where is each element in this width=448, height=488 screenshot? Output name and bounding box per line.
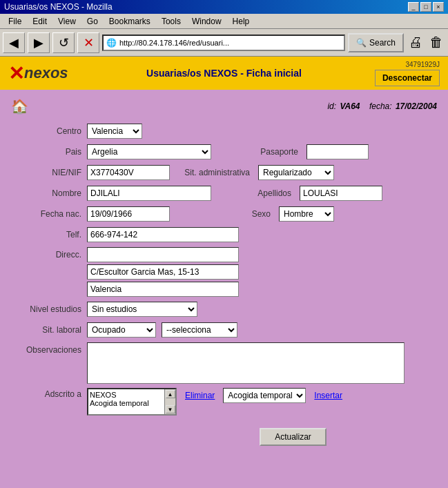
telf-label: Telf. xyxy=(11,230,87,240)
nombre-label: Nombre xyxy=(11,188,87,198)
nombre-input[interactable] xyxy=(87,186,211,201)
minimize-button[interactable]: _ xyxy=(408,2,419,12)
fecha-label: fecha: xyxy=(369,101,392,111)
main-content: 🏠 id: VA64 fecha: 17/02/2004 Centro Vale… xyxy=(0,90,448,488)
menu-view[interactable]: View xyxy=(52,15,81,28)
search-icon: 🔍 xyxy=(356,38,367,48)
window-title-text: Usuarias/os NEXOS - Mozilla xyxy=(4,2,113,12)
back-button[interactable]: ◀ xyxy=(3,32,25,53)
fechanac-label: Fecha nac. xyxy=(11,209,87,219)
search-button[interactable]: 🔍 Search xyxy=(348,33,404,52)
sit-admin-select[interactable]: Regularizado xyxy=(258,165,334,180)
observaciones-label: Observaciones xyxy=(11,342,87,355)
nombre-apellidos-row: Nombre Apellidos xyxy=(11,185,437,202)
menu-window[interactable]: Window xyxy=(186,15,227,28)
scroll-down-button[interactable]: ▼ xyxy=(166,405,175,413)
top-info: 🏠 id: VA64 fecha: 17/02/2004 xyxy=(11,95,437,117)
menu-help[interactable]: Help xyxy=(227,15,255,28)
menu-tools[interactable]: Tools xyxy=(156,15,186,28)
sit-admin-label: Sit. administrativa xyxy=(179,168,255,177)
sexo-select[interactable]: Hombre Mujer xyxy=(279,206,334,222)
adscrito-listbox: NEXOS Acogida temporal ▲ ▼ xyxy=(87,388,177,416)
direcc-field xyxy=(87,247,239,297)
address-text: http://80.24.178.146/red/usuari... xyxy=(119,39,229,47)
sitlaboral2-select[interactable]: --selecciona xyxy=(162,322,237,338)
direcc-input1[interactable] xyxy=(87,264,239,280)
desconectar-button[interactable]: Desconectar xyxy=(375,70,440,86)
eliminar-link[interactable]: Eliminar xyxy=(185,391,215,400)
scroll-up-button[interactable]: ▲ xyxy=(166,390,175,398)
nombre-field: Apellidos xyxy=(87,186,382,201)
fecha-value: 17/02/2004 xyxy=(396,101,437,111)
id-label: id: xyxy=(327,101,336,111)
centro-label: Centro xyxy=(11,126,87,136)
adscrito-dropdown[interactable]: Acogida temporal NEXOS xyxy=(223,388,306,403)
sitlaboral-select[interactable]: Ocupado Desempleado Estudiante xyxy=(87,322,156,338)
app-header: ✕ nexos Usuarias/os NEXOS - Ficha inicia… xyxy=(0,57,448,90)
centro-select[interactable]: Valencia xyxy=(87,124,142,139)
sitlaboral-field: Ocupado Desempleado Estudiante --selecci… xyxy=(87,322,237,338)
user-id: 34791929J xyxy=(375,61,440,68)
maximize-button[interactable]: □ xyxy=(420,2,431,12)
telf-field xyxy=(87,227,239,242)
menu-file[interactable]: File xyxy=(3,15,27,28)
actualizar-button[interactable]: Actualizar xyxy=(260,428,327,446)
sitlaboral-label: Sit. laboral xyxy=(11,325,87,335)
print-icon[interactable]: 🖨 xyxy=(407,32,425,52)
menu-bookmarks[interactable]: Bookmarks xyxy=(104,15,156,28)
apellidos-input[interactable] xyxy=(300,186,382,201)
id-fecha: id: VA64 fecha: 17/02/2004 xyxy=(327,101,437,111)
adscrito-list-content: NEXOS Acogida temporal xyxy=(88,389,164,414)
adscrito-list-wrapper: NEXOS Acogida temporal ▲ ▼ xyxy=(87,388,177,416)
telf2-input[interactable] xyxy=(87,247,239,262)
centro-row: Centro Valencia xyxy=(11,123,437,139)
search-label: Search xyxy=(369,38,396,48)
nie-label: NIE/NIF xyxy=(11,168,87,177)
pais-field: Argelia Pasaporte xyxy=(87,144,369,159)
stop-button[interactable]: ✕ xyxy=(77,32,99,53)
nivel-label: Nivel estudios xyxy=(11,304,87,314)
home-icon[interactable]: 🏠 xyxy=(11,98,28,115)
toolbar: ◀ ▶ ↺ ✕ 🌐 http://80.24.178.146/red/usuar… xyxy=(0,29,448,57)
forward-button[interactable]: ▶ xyxy=(28,32,50,53)
address-bar: 🌐 http://80.24.178.146/red/usuari... xyxy=(102,35,345,51)
observaciones-row: Observaciones xyxy=(11,342,437,384)
nie-field: Sit. administrativa Regularizado xyxy=(87,165,334,180)
observaciones-textarea[interactable] xyxy=(87,342,405,384)
menu-bar: File Edit View Go Bookmarks Tools Window… xyxy=(0,14,448,29)
adscrito-label: Adscrito a xyxy=(11,388,87,399)
window-title-bar: Usuarias/os NEXOS - Mozilla _ □ × xyxy=(0,0,448,14)
fechanac-field: Sexo Hombre Mujer xyxy=(87,206,334,222)
nie-sitadmin-row: NIE/NIF Sit. administrativa Regularizado xyxy=(11,164,437,181)
form-section: Centro Valencia Pais Argelia Pasaporte N… xyxy=(11,123,437,446)
logo-area: ✕ nexos xyxy=(8,62,68,85)
id-value: VA64 xyxy=(340,101,360,111)
adscrito-row: Adscrito a NEXOS Acogida temporal ▲ ▼ xyxy=(11,388,437,416)
fechanac-input[interactable] xyxy=(87,206,170,222)
direcc-row: Direcc. xyxy=(11,247,437,297)
observaciones-field xyxy=(87,342,405,384)
fechanac-sexo-row: Fecha nac. Sexo Hombre Mujer xyxy=(11,206,437,222)
apellidos-label: Apellidos xyxy=(221,188,297,198)
direcc-input2[interactable] xyxy=(87,282,239,297)
close-button[interactable]: × xyxy=(433,2,444,12)
trash-icon[interactable]: 🗑 xyxy=(427,32,445,52)
user-area: 34791929J Desconectar xyxy=(375,61,440,86)
nivel-field: Sin estudios Primarios Secundarios Unive… xyxy=(87,302,197,317)
pasaporte-input[interactable] xyxy=(306,144,369,159)
pais-select[interactable]: Argelia xyxy=(87,144,211,159)
reload-button[interactable]: ↺ xyxy=(52,32,75,53)
menu-go[interactable]: Go xyxy=(81,15,104,28)
nie-input[interactable] xyxy=(87,165,170,180)
pasaporte-label: Pasaporte xyxy=(228,147,304,157)
insertar-link[interactable]: Insertar xyxy=(314,391,342,400)
telf-input[interactable] xyxy=(87,227,239,242)
address-icon: 🌐 xyxy=(106,38,117,48)
adscrito-item-acogida[interactable]: Acogida temporal xyxy=(90,399,163,407)
nivel-select[interactable]: Sin estudios Primarios Secundarios Unive… xyxy=(87,302,197,317)
pais-pasaporte-row: Pais Argelia Pasaporte xyxy=(11,144,437,160)
adscrito-item-nexos[interactable]: NEXOS xyxy=(90,391,163,399)
logo-nexos-text: nexos xyxy=(24,64,68,82)
menu-edit[interactable]: Edit xyxy=(27,15,52,28)
adscrito-field: NEXOS Acogida temporal ▲ ▼ Eliminar Acog… xyxy=(87,388,342,416)
